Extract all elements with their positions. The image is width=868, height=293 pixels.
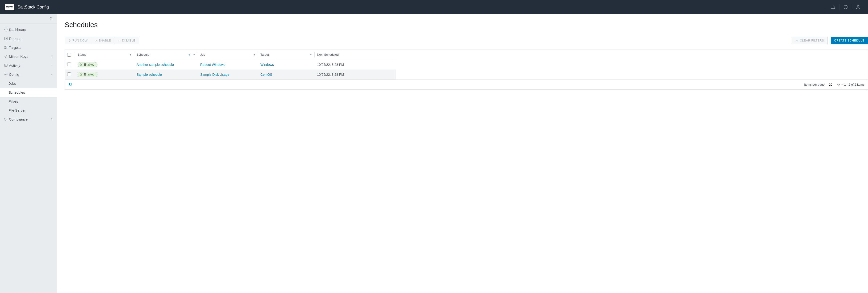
row-checkbox[interactable]: [67, 72, 71, 76]
sidebar-item-label: Jobs: [8, 81, 16, 85]
button-label: Clear Filters: [800, 39, 824, 42]
shield-icon: [3, 117, 8, 121]
sidebar-item-compliance[interactable]: Compliance: [0, 115, 57, 124]
svg-point-9: [5, 56, 6, 57]
sidebar-item-activity[interactable]: Activity: [0, 61, 57, 70]
svg-point-2: [857, 5, 859, 7]
filter-icon[interactable]: [309, 53, 312, 56]
column-header-next[interactable]: Next Scheduled: [315, 50, 396, 60]
button-label: Run Now: [72, 39, 88, 42]
chevron-down-icon: [51, 72, 53, 77]
next-scheduled: 10/25/22, 3:28 PM: [317, 63, 344, 66]
target-link[interactable]: Windows: [260, 63, 274, 66]
create-schedule-button[interactable]: Create Schedule: [831, 37, 868, 45]
status-label: Enabled: [84, 63, 94, 66]
select-all-checkbox[interactable]: [67, 53, 71, 57]
product-name: SaltStack Config: [18, 5, 49, 10]
sidebar-item-config[interactable]: Config: [0, 70, 57, 79]
job-link[interactable]: Reboot Windows: [200, 63, 225, 66]
sidebar: Dashboard Reports Targets Minion Keys Ac…: [0, 14, 57, 293]
user-icon: [856, 5, 861, 9]
column-header-schedule[interactable]: Schedule: [134, 50, 198, 60]
columns-icon: [68, 82, 72, 86]
status-badge: Enabled: [78, 72, 97, 77]
sidebar-collapse-row: [0, 14, 57, 24]
job-link[interactable]: Sample Disk Usage: [200, 73, 229, 77]
sort-ascending-icon[interactable]: [188, 53, 191, 56]
sidebar-item-dashboard[interactable]: Dashboard: [0, 25, 57, 34]
schedule-link[interactable]: Sample schedule: [136, 73, 162, 77]
disable-button[interactable]: Disable: [114, 37, 139, 45]
sidebar-sub-schedules[interactable]: Schedules: [0, 88, 57, 97]
filter-icon[interactable]: [253, 53, 256, 56]
gear-icon: [3, 72, 8, 76]
schedule-link[interactable]: Another sample schedule: [136, 63, 174, 66]
bar-chart-icon: [3, 36, 8, 40]
sidebar-item-label: Minion Keys: [9, 55, 51, 59]
gauge-icon: [3, 28, 8, 31]
notifications-button[interactable]: [828, 0, 838, 14]
sidebar-sub-pillars[interactable]: Pillars: [0, 97, 57, 106]
table-footer: Items per page 20 1 - 2 of 2 items: [65, 80, 868, 89]
sidebar-sub-file-server[interactable]: File Server: [0, 106, 57, 115]
help-button[interactable]: [840, 0, 851, 14]
column-header-checkbox: [65, 50, 75, 60]
chevron-right-icon: [51, 117, 53, 121]
svg-rect-5: [5, 46, 6, 47]
svg-rect-13: [80, 74, 82, 76]
key-icon: [3, 55, 8, 58]
column-settings-button[interactable]: [68, 82, 72, 87]
svg-rect-6: [6, 46, 7, 47]
svg-point-11: [5, 74, 6, 75]
column-label: Target: [260, 53, 269, 56]
svg-rect-10: [4, 64, 7, 66]
collapse-sidebar-button[interactable]: [49, 17, 53, 21]
sidebar-item-label: Schedules: [8, 90, 25, 94]
chevron-right-icon: [51, 55, 53, 59]
activity-icon: [3, 63, 8, 67]
run-now-button[interactable]: Run Now: [65, 37, 91, 45]
page-title: Schedules: [65, 21, 868, 29]
sidebar-item-label: Pillars: [8, 99, 18, 103]
chevron-right-icon: [51, 63, 53, 67]
play-icon: [94, 39, 97, 42]
filter-icon: [796, 39, 799, 42]
table-row[interactable]: Enabled Another sample schedule Reboot W…: [65, 60, 396, 69]
sidebar-item-minion-keys[interactable]: Minion Keys: [0, 52, 57, 61]
sidebar-item-label: File Server: [8, 108, 26, 112]
svg-rect-12: [80, 64, 82, 66]
filter-icon[interactable]: [129, 53, 132, 56]
schedules-table: Status Schedule Job Target Next Schedule…: [65, 50, 868, 90]
sidebar-item-label: Activity: [9, 63, 51, 67]
column-header-status[interactable]: Status: [75, 50, 134, 60]
table-row[interactable]: Enabled Sample schedule Sample Disk Usag…: [65, 69, 396, 80]
target-link[interactable]: CentOS: [260, 73, 272, 77]
row-checkbox[interactable]: [67, 62, 71, 66]
items-per-page-select[interactable]: 20: [827, 82, 840, 87]
sidebar-sub-jobs[interactable]: Jobs: [0, 79, 57, 88]
chevron-down-icon: [841, 84, 843, 86]
clear-filters-button[interactable]: Clear Filters: [792, 37, 828, 45]
items-per-page-label: Items per page: [804, 83, 825, 86]
column-header-job[interactable]: Job: [198, 50, 258, 60]
sidebar-item-label: Config: [9, 72, 51, 77]
user-button[interactable]: [853, 0, 863, 14]
sidebar-item-label: Targets: [9, 46, 53, 50]
enable-button[interactable]: Enable: [91, 37, 115, 45]
column-label: Schedule: [136, 53, 149, 56]
pagination-range: 1 - 2 of 2 items: [844, 83, 865, 86]
svg-rect-15: [70, 83, 71, 85]
chevron-double-left-icon: [49, 17, 53, 20]
close-icon: [118, 39, 121, 42]
status-badge: Enabled: [78, 62, 97, 67]
button-label: Create Schedule: [834, 39, 865, 42]
grid-icon: [3, 46, 8, 49]
sidebar-item-targets[interactable]: Targets: [0, 43, 57, 52]
status-label: Enabled: [84, 73, 94, 76]
sidebar-item-reports[interactable]: Reports: [0, 34, 57, 43]
column-header-target[interactable]: Target: [258, 50, 315, 60]
filter-icon[interactable]: [193, 53, 195, 56]
sidebar-item-label: Reports: [9, 36, 53, 40]
svg-rect-7: [5, 48, 6, 49]
help-icon: [843, 5, 848, 9]
